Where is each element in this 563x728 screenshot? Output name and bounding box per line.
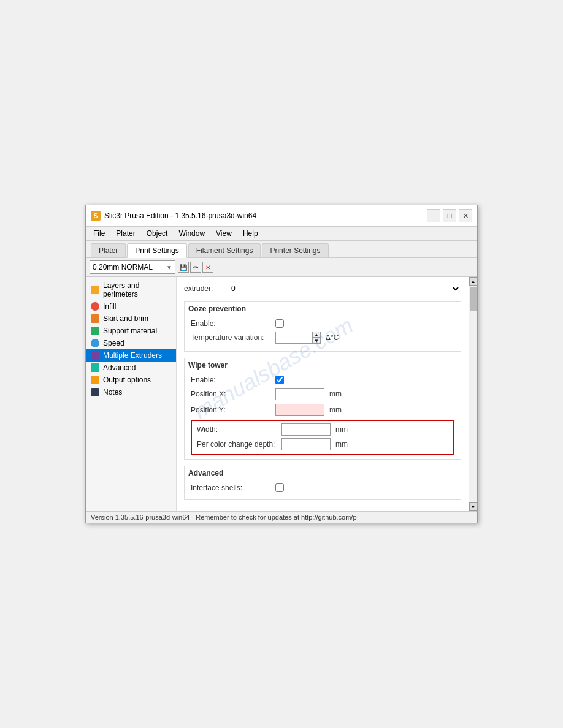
main-window: S Slic3r Prusa Edition - 1.35.5.16-prusa… bbox=[85, 205, 478, 523]
ooze-prevention-section: Ooze prevention Enable: Temperature vari… bbox=[184, 301, 461, 352]
sidebar-item-extruders[interactable]: Multiple Extruders bbox=[86, 349, 176, 362]
menu-view[interactable]: View bbox=[211, 228, 237, 239]
tab-filament-settings[interactable]: Filament Settings bbox=[188, 243, 261, 257]
layers-icon bbox=[91, 286, 99, 294]
temp-variation-spinbox: -5 ▲ ▼ bbox=[275, 332, 321, 344]
width-label: Width: bbox=[197, 425, 277, 434]
menu-plater[interactable]: Plater bbox=[111, 228, 140, 239]
menu-file[interactable]: File bbox=[88, 228, 110, 239]
advanced-content: Interface shells: bbox=[185, 480, 461, 499]
per-color-row: Per color change depth: 15 mm bbox=[197, 438, 448, 450]
minimize-button[interactable]: ─ bbox=[427, 209, 440, 222]
scroll-thumb[interactable] bbox=[470, 287, 477, 311]
width-unit: mm bbox=[335, 425, 348, 434]
per-color-unit: mm bbox=[335, 440, 348, 449]
wipe-tower-section: Wipe tower Enable: Position X: 180 mm bbox=[184, 358, 461, 460]
position-x-row: Position X: 180 mm bbox=[191, 388, 454, 400]
sidebar-label-support: Support material bbox=[103, 327, 157, 335]
wipe-enable-label: Enable: bbox=[191, 376, 270, 384]
temp-variation-unit: Δ°C bbox=[326, 333, 339, 342]
sidebar-item-infill[interactable]: Infill bbox=[86, 300, 176, 313]
skirt-icon bbox=[91, 314, 99, 323]
ooze-prevention-content: Enable: Temperature variation: -5 ▲ ▼ bbox=[185, 316, 461, 351]
main-content: Layers and perimeters Infill Skirt and b… bbox=[86, 277, 477, 511]
interface-shells-checkbox[interactable] bbox=[275, 483, 284, 492]
sidebar-item-output[interactable]: Output options bbox=[86, 374, 176, 386]
status-bar: Version 1.35.5.16-prusa3d-win64 - Rememb… bbox=[86, 511, 477, 523]
temp-variation-input[interactable]: -5 bbox=[275, 332, 312, 344]
maximize-button[interactable]: □ bbox=[443, 209, 456, 222]
wipe-enable-checkbox[interactable] bbox=[275, 376, 284, 384]
spinbox-down-btn[interactable]: ▼ bbox=[312, 338, 321, 344]
right-panel: extruder: 0 1 Ooze prevention Enable: bbox=[177, 277, 469, 511]
tab-print-settings[interactable]: Print Settings bbox=[127, 243, 186, 258]
notes-icon bbox=[91, 388, 99, 396]
position-y-row: Position Y: 140 mm bbox=[191, 404, 454, 416]
profile-save-btn[interactable]: 💾 bbox=[178, 262, 189, 273]
per-color-input[interactable]: 15 bbox=[282, 438, 331, 450]
wipe-enable-row: Enable: bbox=[191, 376, 454, 384]
sidebar-item-speed[interactable]: Speed bbox=[86, 337, 176, 349]
tab-printer-settings[interactable]: Printer Settings bbox=[262, 243, 328, 257]
sidebar-label-notes: Notes bbox=[103, 388, 122, 396]
per-color-label: Per color change depth: bbox=[197, 440, 277, 449]
advanced-icon bbox=[91, 363, 99, 372]
interface-shells-row: Interface shells: bbox=[191, 483, 454, 492]
menu-object[interactable]: Object bbox=[142, 228, 173, 239]
title-bar-controls: ─ □ ✕ bbox=[427, 209, 472, 222]
width-input[interactable]: 60 bbox=[282, 423, 331, 436]
wipe-tower-title: Wipe tower bbox=[185, 358, 461, 372]
ooze-enable-checkbox[interactable] bbox=[275, 319, 284, 328]
sidebar-label-extruders: Multiple Extruders bbox=[103, 351, 162, 360]
spinbox-buttons: ▲ ▼ bbox=[312, 332, 321, 344]
scroll-down-btn[interactable]: ▼ bbox=[469, 502, 478, 511]
ooze-prevention-title: Ooze prevention bbox=[185, 302, 461, 316]
title-bar-left: S Slic3r Prusa Edition - 1.35.5.16-prusa… bbox=[91, 211, 256, 221]
advanced-title: Advanced bbox=[185, 466, 461, 480]
menu-bar: File Plater Object Window View Help bbox=[86, 227, 477, 241]
sidebar-label-speed: Speed bbox=[103, 339, 124, 347]
advanced-section: Advanced Interface shells: bbox=[184, 466, 461, 500]
extruder-label: extruder: bbox=[184, 284, 221, 293]
sidebar: Layers and perimeters Infill Skirt and b… bbox=[86, 277, 177, 511]
sidebar-item-advanced[interactable]: Advanced bbox=[86, 362, 176, 374]
sidebar-item-skirt[interactable]: Skirt and brim bbox=[86, 313, 176, 325]
sidebar-label-layers: Layers and perimeters bbox=[103, 281, 171, 298]
menu-help[interactable]: Help bbox=[238, 228, 263, 239]
wipe-tower-content: Enable: Position X: 180 mm Position Y: bbox=[185, 372, 461, 459]
scroll-up-btn[interactable]: ▲ bbox=[469, 277, 478, 286]
position-y-unit: mm bbox=[329, 406, 342, 414]
sidebar-item-notes[interactable]: Notes bbox=[86, 386, 176, 398]
position-x-unit: mm bbox=[329, 390, 342, 398]
sidebar-label-advanced: Advanced bbox=[103, 363, 136, 372]
ooze-enable-row: Enable: bbox=[191, 319, 454, 328]
profile-dropdown[interactable]: 0.20mm NORMAL ▼ bbox=[90, 260, 175, 274]
temp-variation-row: Temperature variation: -5 ▲ ▼ Δ°C bbox=[191, 332, 454, 344]
spinbox-up-btn[interactable]: ▲ bbox=[312, 332, 321, 338]
window-title: Slic3r Prusa Edition - 1.35.5.16-prusa3d… bbox=[104, 211, 256, 220]
menu-window[interactable]: Window bbox=[174, 228, 210, 239]
profile-icons: 💾 ✏ ✕ bbox=[178, 262, 213, 273]
sidebar-item-layers[interactable]: Layers and perimeters bbox=[86, 279, 176, 300]
profile-delete-btn[interactable]: ✕ bbox=[202, 262, 213, 273]
profile-edit-btn[interactable]: ✏ bbox=[190, 262, 201, 273]
sidebar-item-support[interactable]: Support material bbox=[86, 325, 176, 337]
support-icon bbox=[91, 327, 99, 335]
sidebar-label-infill: Infill bbox=[103, 302, 116, 311]
width-row: Width: 60 mm bbox=[197, 423, 448, 436]
position-y-input[interactable]: 140 bbox=[275, 404, 324, 416]
extruders-icon bbox=[91, 351, 99, 360]
tab-plater[interactable]: Plater bbox=[91, 243, 126, 257]
infill-icon bbox=[91, 302, 99, 311]
app-icon: S bbox=[91, 211, 101, 221]
status-text: Version 1.35.5.16-prusa3d-win64 - Rememb… bbox=[91, 514, 357, 521]
scrollbar: ▲ ▼ bbox=[469, 277, 477, 511]
highlighted-wipe-section: Width: 60 mm Per color change depth: 15 … bbox=[191, 420, 454, 455]
position-x-input[interactable]: 180 bbox=[275, 388, 324, 400]
speed-icon bbox=[91, 339, 99, 347]
extruder-select[interactable]: 0 1 bbox=[226, 282, 461, 295]
toolbar-row: 0.20mm NORMAL ▼ 💾 ✏ ✕ bbox=[86, 258, 477, 277]
sidebar-label-output: Output options bbox=[103, 376, 151, 384]
extruder-row: extruder: 0 1 bbox=[184, 282, 461, 295]
close-button[interactable]: ✕ bbox=[459, 209, 472, 222]
